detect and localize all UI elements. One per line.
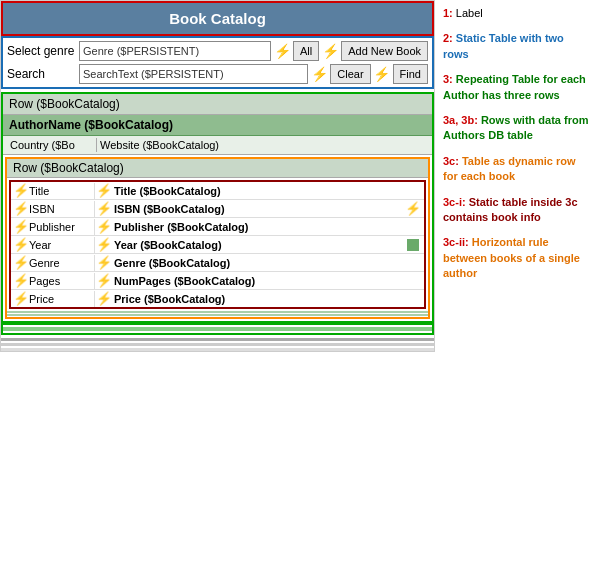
book-info-table: ⚡ Title ⚡ Title ($BookCatalog) ⚡ ISBN ⚡ … [9, 180, 426, 309]
label-3ci-num: 3c-i: [443, 196, 469, 208]
label-3c-num: 3c: [443, 155, 462, 167]
year-extra [402, 239, 424, 251]
bottom-line-1 [1, 338, 434, 341]
website-cell: Website ($BookCatalog) [97, 138, 428, 152]
isbn-extra-bolt: ⚡ [402, 201, 424, 216]
isbn-bolt-icon: ⚡ [11, 200, 27, 217]
clear-button[interactable]: Clear [330, 64, 370, 84]
label-1-text: Label [456, 7, 483, 19]
all-button[interactable]: All [293, 41, 319, 61]
left-panel: Book Catalog Select genre ⚡ All ⚡ Add Ne… [0, 0, 435, 352]
author-name-label: AuthorName ($BookCatalog) [9, 118, 173, 132]
label-3ab-num: 3a, 3b: [443, 114, 481, 126]
pages-field-name: Pages [27, 273, 95, 289]
publisher-bolt-icon: ⚡ [11, 218, 27, 235]
title-value-bolt: ⚡ [95, 182, 111, 199]
row-bookcatalog-label: Row ($BookCatalog) [9, 97, 120, 111]
search-input[interactable] [79, 64, 308, 84]
find-bolt-icon[interactable]: ⚡ [371, 64, 393, 84]
country-cell: Country ($Bo [7, 138, 97, 152]
label-1-num: 1: [443, 7, 456, 19]
book-publisher-row: ⚡ Publisher ⚡ Publisher ($BookCatalog) [11, 218, 424, 236]
genre-bolt-icon[interactable]: ⚡ [271, 41, 293, 61]
isbn-field-name: ISBN [27, 201, 95, 217]
price-value-bolt: ⚡ [95, 290, 111, 307]
search-bolt-icon[interactable]: ⚡ [308, 64, 330, 84]
genre-row: Select genre ⚡ All ⚡ Add New Book [7, 41, 428, 61]
price-field-name: Price [27, 291, 95, 307]
books-repeating-outer: Row ($BookCatalog) ⚡ Title ⚡ Title ($Boo… [5, 157, 430, 319]
green-bars [3, 321, 432, 331]
website-label: Website ($BookCatalog) [100, 139, 219, 151]
label-3: 3: Repeating Table for each Author has t… [443, 72, 592, 103]
country-label: Country ($Bo [10, 139, 75, 151]
right-panel: 1: Label 2: Static Table with two rows 3… [435, 0, 600, 352]
inner-row-label: Row ($BookCatalog) [13, 161, 124, 175]
static-table-section: Select genre ⚡ All ⚡ Add New Book Search… [1, 36, 434, 89]
isbn-value-bolt: ⚡ [95, 200, 111, 217]
label-3ab: 3a, 3b: Rows with data from Authors DB t… [443, 113, 592, 144]
year-bolt-icon: ⚡ [11, 236, 27, 253]
price-bolt-icon: ⚡ [11, 290, 27, 307]
label-3c-text: Table as dynamic row for each book [443, 155, 575, 182]
label-2-text: Static Table with two rows [443, 32, 564, 59]
label-2-num: 2: [443, 32, 456, 44]
pages-value-bolt: ⚡ [95, 272, 111, 289]
genre-field-name: Genre [27, 255, 95, 271]
book-catalog-title: Book Catalog [1, 1, 434, 36]
publisher-value: Publisher ($BookCatalog) [111, 219, 402, 235]
publisher-value-bolt: ⚡ [95, 218, 111, 235]
author-name-row: AuthorName ($BookCatalog) [3, 115, 432, 136]
genre-input[interactable] [79, 41, 271, 61]
label-2: 2: Static Table with two rows [443, 31, 592, 62]
title-text: Book Catalog [169, 10, 266, 27]
book-genre-row: ⚡ Genre ⚡ Genre ($BookCatalog) [11, 254, 424, 272]
main-container: Book Catalog Select genre ⚡ All ⚡ Add Ne… [0, 0, 600, 352]
year-field-name: Year [27, 237, 95, 253]
label-1: 1: Label [443, 6, 592, 21]
search-label: Search [7, 67, 79, 81]
label-3-text: Repeating Table for each Author has thre… [443, 73, 586, 100]
genre-value: Genre ($BookCatalog) [111, 255, 402, 271]
label-3cii: 3c-ii: Horizontal rule between books of … [443, 235, 592, 281]
title-value: Title ($BookCatalog) [111, 183, 402, 199]
pages-value: NumPages ($BookCatalog) [111, 273, 402, 289]
row-bookcatalog-inner: Row ($BookCatalog) [7, 159, 428, 178]
green-bar-2 [3, 327, 432, 331]
green-bar-1 [3, 321, 432, 325]
bottom-lines [1, 338, 434, 351]
label-3cii-num: 3c-ii: [443, 236, 472, 248]
label-3c: 3c: Table as dynamic row for each book [443, 154, 592, 185]
title-bolt-icon: ⚡ [11, 182, 27, 199]
row-bookcatalog: Row ($BookCatalog) [3, 94, 432, 115]
price-value: Price ($BookCatalog) [111, 291, 402, 307]
year-value: Year ($BookCatalog) [111, 237, 402, 253]
book-pages-row: ⚡ Pages ⚡ NumPages ($BookCatalog) [11, 272, 424, 290]
book-price-row: ⚡ Price ⚡ Price ($BookCatalog) [11, 290, 424, 307]
find-button[interactable]: Find [393, 64, 428, 84]
publisher-field-name: Publisher [27, 219, 95, 235]
book-year-row: ⚡ Year ⚡ Year ($BookCatalog) [11, 236, 424, 254]
book-isbn-row: ⚡ ISBN ⚡ ISBN ($BookCatalog) ⚡ [11, 200, 424, 218]
book-separator [7, 311, 428, 313]
search-row: Search ⚡ Clear ⚡ Find [7, 64, 428, 84]
add-new-book-button[interactable]: Add New Book [341, 41, 428, 61]
book-separator-2 [7, 314, 428, 316]
pages-bolt-icon: ⚡ [11, 272, 27, 289]
genre-bolt-icon2: ⚡ [11, 254, 27, 271]
label-3-num: 3: [443, 73, 456, 85]
genre-label: Select genre [7, 44, 79, 58]
book-title-row: ⚡ Title ⚡ Title ($BookCatalog) [11, 182, 424, 200]
isbn-value: ISBN ($BookCatalog) [111, 201, 402, 217]
bottom-line-3 [1, 348, 434, 351]
repeating-table-outer: Row ($BookCatalog) AuthorName ($BookCata… [1, 92, 434, 335]
title-field-name: Title [27, 183, 95, 199]
add-bolt-icon[interactable]: ⚡ [319, 41, 341, 61]
year-value-bolt: ⚡ [95, 236, 111, 253]
genre-value-bolt: ⚡ [95, 254, 111, 271]
label-3ci: 3c-i: Static table inside 3c contains bo… [443, 195, 592, 226]
country-website-row: Country ($Bo Website ($BookCatalog) [3, 136, 432, 155]
bottom-line-2 [1, 343, 434, 346]
